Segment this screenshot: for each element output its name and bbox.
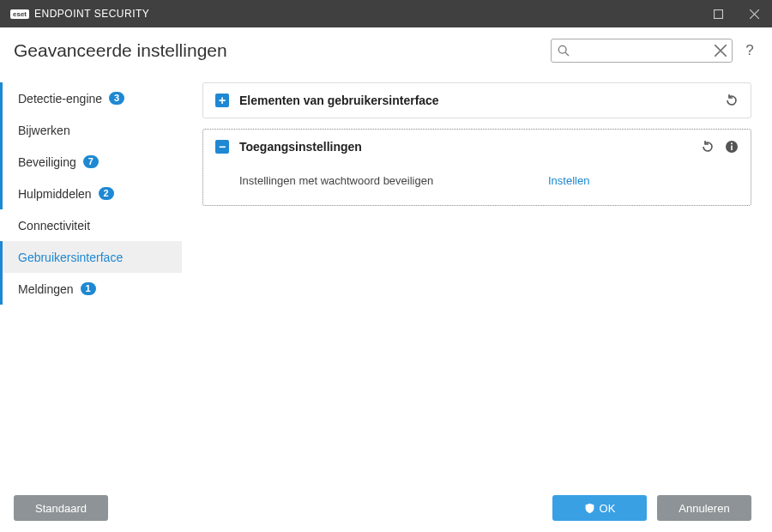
sidebar-item-notifications[interactable]: Meldingen 1 [0,273,182,305]
svg-rect-0 [714,9,722,18]
close-icon [750,9,759,19]
panel-ui-elements: Elementen van gebruikersinterface [202,82,751,118]
page-title: Geavanceerde instellingen [14,40,227,61]
info-icon[interactable] [725,140,739,154]
revert-icon[interactable] [701,140,715,154]
ok-button[interactable]: OK [552,495,647,521]
panel-body-access-settings: Instellingen met wachtwoord beveiligen I… [203,164,751,205]
main-content: Elementen van gebruikersinterface Toegan… [182,67,772,484]
panel-access-settings: Toegangsinstellingen Instellingen met wa… [202,129,751,206]
maximize-icon [714,9,723,19]
window-maximize-button[interactable] [700,0,736,27]
sidebar-item-user-interface[interactable]: Gebruikersinterface [0,241,182,273]
search-icon [558,45,570,57]
header: Geavanceerde instellingen ? [0,27,772,67]
sidebar-item-connectivity[interactable]: Connectiviteit [0,209,182,241]
revert-icon[interactable] [725,94,739,107]
sidebar-item-label: Meldingen [18,282,74,296]
search-input[interactable] [576,45,709,57]
cancel-button[interactable]: Annuleren [657,495,751,521]
sidebar-item-badge: 1 [81,282,96,295]
sidebar-item-label: Beveiliging [18,155,76,169]
window-close-button[interactable] [736,0,772,27]
sidebar-item-tools[interactable]: Hulpmiddelen 2 [0,178,182,209]
sidebar-item-label: Gebruikersinterface [18,251,123,264]
button-label: OK [600,502,616,515]
app-logo: eset ENDPOINT SECURITY [10,8,149,20]
body: Detectie-engine 3 Bijwerken Beveiliging … [0,67,772,484]
setting-row-password-protect: Instellingen met wachtwoord beveiligen I… [203,167,751,193]
sidebar-item-security[interactable]: Beveiliging 7 [0,146,182,178]
sidebar: Detectie-engine 3 Bijwerken Beveiliging … [0,67,182,484]
svg-point-1 [558,45,566,53]
svg-rect-3 [731,146,733,151]
sidebar-item-badge: 2 [99,187,114,200]
svg-point-4 [731,142,733,144]
sidebar-item-badge: 7 [83,155,99,168]
sidebar-item-detection-engine[interactable]: Detectie-engine 3 [0,82,182,114]
search-box[interactable] [551,39,733,63]
setting-label: Instellingen met wachtwoord beveiligen [239,174,548,187]
sidebar-item-label: Hulpmiddelen [18,187,92,201]
titlebar: eset ENDPOINT SECURITY [0,0,772,27]
panel-header-ui-elements[interactable]: Elementen van gebruikersinterface [203,83,751,118]
shield-icon [584,503,595,514]
sidebar-item-label: Detectie-engine [18,92,102,106]
sidebar-item-update[interactable]: Bijwerken [0,114,182,146]
button-label: Annuleren [679,502,729,515]
expand-icon [215,94,229,107]
help-button[interactable]: ? [739,42,760,59]
collapse-icon [215,140,229,154]
footer: Standaard OK Annuleren [0,484,772,532]
panel-title: Toegangsinstellingen [239,140,691,154]
panel-title: Elementen van gebruikersinterface [239,94,715,107]
sidebar-item-badge: 3 [109,92,124,105]
clear-icon[interactable] [715,45,727,57]
button-label: Standaard [35,502,87,515]
setting-action-link[interactable]: Instellen [548,174,737,187]
default-button[interactable]: Standaard [14,495,108,521]
panel-header-access-settings[interactable]: Toegangsinstellingen [203,130,751,164]
brand-name: ENDPOINT SECURITY [34,8,149,20]
brand-badge: eset [10,9,29,19]
sidebar-item-label: Bijwerken [18,124,70,137]
sidebar-item-label: Connectiviteit [18,219,90,233]
